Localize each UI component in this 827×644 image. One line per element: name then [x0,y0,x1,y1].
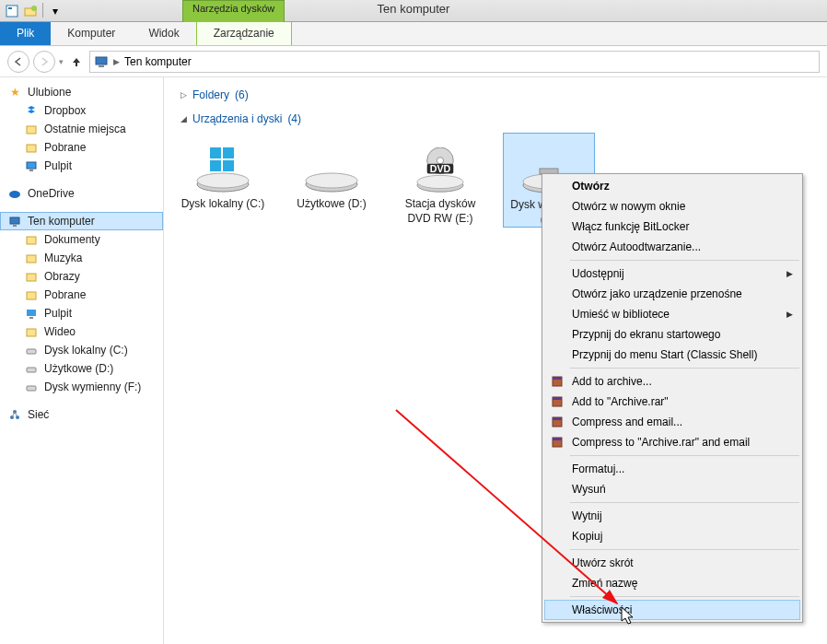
svg-rect-7 [27,145,36,152]
svg-rect-11 [10,217,19,224]
submenu-arrow-icon: ▶ [786,269,793,278]
menu-add-archive[interactable]: Add to archive... [544,371,800,392]
svg-rect-16 [27,292,36,299]
menu-pin-classic[interactable]: Przypnij do menu Start (Classic Shell) [544,345,800,365]
drive-local-d[interactable]: Użytkowe (D:) [285,133,378,228]
svg-rect-15 [27,274,36,281]
sidebar-item-local-c[interactable]: Dysk lokalny (C:) [0,341,163,359]
menu-bitlocker[interactable]: Włącz funkcję BitLocker [544,217,800,237]
sidebar-item-label: Sieć [28,408,49,421]
rar-icon [550,374,565,389]
svg-rect-22 [27,386,36,391]
menu-open[interactable]: Otwórz [544,176,800,196]
menu-label: Udostępnij [572,267,624,280]
sidebar-item-label: Ulubione [28,86,71,99]
sidebar-item-label: Pobrane [44,141,86,154]
folder-icon [24,324,39,339]
menu-label: Otwórz [572,180,610,193]
forward-button[interactable] [33,51,55,73]
menu-open-new-window[interactable]: Otwórz w nowym oknie [544,196,800,217]
dvd-drive-icon: DVD [403,133,477,193]
menu-label: Otwórz w nowym oknie [572,200,685,213]
svg-point-33 [306,173,357,188]
breadcrumb-location[interactable]: Ten komputer [124,55,192,68]
svg-rect-19 [27,329,36,336]
sidebar-item-pictures[interactable]: Obrazy [0,267,163,286]
menu-label: Otwórz jako urządzenie przenośne [572,287,742,300]
computer-icon [7,214,22,228]
drive-label: Dysk lokalny (C:) [177,197,269,212]
sidebar-item-label: Pulpit [44,159,72,172]
menu-label: Włącz funkcję BitLocker [572,220,689,233]
address-breadcrumb[interactable]: ▶ Ten komputer [89,51,820,73]
svg-rect-12 [13,225,17,227]
tab-manage[interactable]: Zarządzanie [196,21,292,45]
sidebar-this-pc[interactable]: Ten komputer [0,212,163,230]
file-tab[interactable]: Plik [0,21,51,45]
svg-rect-18 [29,317,33,319]
menu-label: Przypnij do menu Start (Classic Shell) [572,348,757,361]
group-count: (6) [235,88,249,101]
back-button[interactable] [7,51,29,73]
sidebar-item-music[interactable]: Muzyka [0,249,163,267]
sidebar-item-desktop[interactable]: Pulpit [0,157,163,175]
sidebar-item-label: Muzyka [44,252,82,264]
sidebar-item-label: Dropbox [44,104,86,117]
onedrive-icon [7,186,22,201]
menu-separator [570,260,799,261]
menu-label: Otwórz Autoodtwarzanie... [572,240,701,253]
sidebar-item-label: Dysk lokalny (C:) [44,344,128,357]
expand-icon: ◢ [181,114,187,123]
chevron-right-icon[interactable]: ▶ [111,57,122,66]
dropbox-icon [24,103,39,118]
sidebar-item-label: OneDrive [28,187,75,200]
contextual-tab-header: Narzędzia dysków [182,0,285,22]
drive-local-c[interactable]: Dysk lokalny (C:) [177,133,269,228]
ribbon-tabs: Plik Komputer Widok Zarządzanie [0,22,827,46]
sidebar-favorites[interactable]: ★ Ulubione [0,83,163,101]
sidebar-item-videos[interactable]: Wideo [0,322,163,341]
menu-pin-start[interactable]: Przypnij do ekranu startowego [544,324,800,345]
group-header-folders[interactable]: ▷ Foldery (6) [177,85,814,109]
menu-portable[interactable]: Otwórz jako urządzenie przenośne [544,284,800,304]
recent-dropdown-icon[interactable]: ▾ [59,57,64,66]
svg-line-51 [396,410,617,603]
svg-rect-28 [210,147,221,158]
drive-icon [295,133,368,193]
drive-dvd-e[interactable]: DVD Stacja dysków DVD RW (E:) [394,133,486,228]
svg-rect-8 [27,162,36,169]
annotation-arrow [387,401,645,622]
sidebar-item-desktop2[interactable]: Pulpit [0,304,163,322]
up-button[interactable] [67,53,86,71]
sidebar-item-downloads2[interactable]: Pobrane [0,286,163,304]
group-header-drives[interactable]: ◢ Urządzenia i dyski (4) [177,109,814,133]
star-icon: ★ [7,85,22,100]
svg-point-3 [31,6,37,11]
qat-dropdown-icon[interactable]: ▾ [47,3,64,19]
sidebar-item-removable-f[interactable]: Dysk wymienny (F:) [0,378,163,396]
tab-view[interactable]: Widok [132,21,195,45]
sidebar-item-local-d[interactable]: Użytkowe (D:) [0,359,163,378]
sidebar-item-label: Pulpit [44,307,72,320]
sidebar-item-recent[interactable]: Ostatnie miejsca [0,120,163,138]
svg-rect-14 [27,255,36,263]
new-folder-icon[interactable] [22,3,39,19]
sidebar-item-documents[interactable]: Dokumenty [0,230,163,249]
drive-label: Użytkowe (D:) [285,197,378,212]
menu-share[interactable]: Udostępnij▶ [544,263,800,284]
menu-library[interactable]: Umieść w bibliotece▶ [544,304,800,324]
sidebar-item-dropbox[interactable]: Dropbox [0,101,163,120]
recent-places-icon [24,122,39,136]
group-label: Foldery [192,88,229,101]
separator [42,3,43,18]
navigation-bar: ▾ ▶ Ten komputer [0,46,827,77]
drive-icon [24,361,39,376]
tab-computer[interactable]: Komputer [51,21,132,45]
sidebar-onedrive[interactable]: OneDrive [0,184,163,203]
properties-icon[interactable] [4,3,20,19]
menu-autoplay[interactable]: Otwórz Autoodtwarzanie... [544,237,800,257]
sidebar-network[interactable]: Sieć [0,405,163,424]
sidebar-item-label: Ten komputer [28,215,95,228]
sidebar-item-downloads[interactable]: Pobrane [0,138,163,157]
svg-rect-0 [6,6,17,17]
